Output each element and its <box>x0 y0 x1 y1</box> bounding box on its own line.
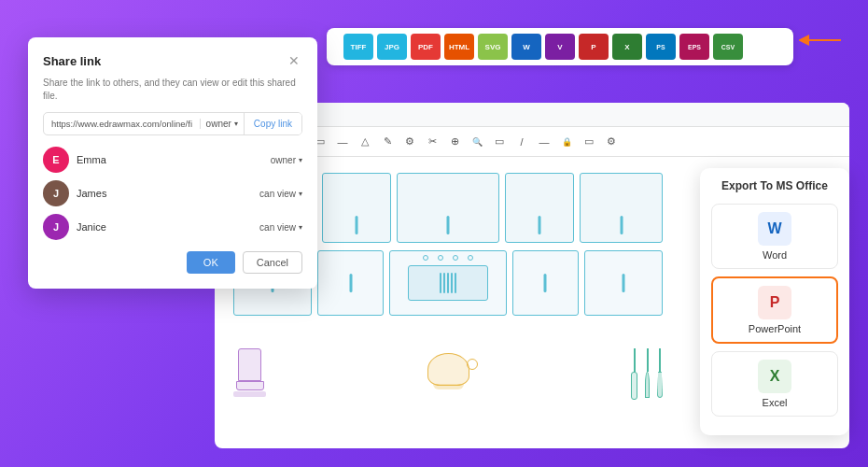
copy-link-button[interactable]: Copy link <box>244 113 301 134</box>
role-label-james: can view <box>259 189 296 199</box>
ok-button[interactable]: OK <box>187 251 235 274</box>
role-chevron-james: ▾ <box>299 190 302 198</box>
user-name-janice: Janice <box>77 221 259 233</box>
dialog-header: Share link ✕ <box>43 52 302 69</box>
dialog-actions: OK Cancel <box>43 251 302 274</box>
cancel-button[interactable]: Cancel <box>243 251 302 274</box>
role-label-janice: can view <box>259 222 296 233</box>
share-link-row: owner ▾ Copy link <box>43 112 302 135</box>
user-list: E Emma owner ▾ J James can view ▾ J Jani… <box>43 147 302 240</box>
permission-chevron: ▾ <box>234 120 238 128</box>
role-label-emma: owner <box>271 155 296 165</box>
user-name-james: James <box>77 188 259 199</box>
avatar-janice: J <box>43 214 69 240</box>
user-role-james[interactable]: can view ▾ <box>259 189 302 199</box>
share-dialog: Share link ✕ Share the link to others, a… <box>28 37 317 289</box>
permission-label: owner <box>206 119 231 129</box>
user-role-janice[interactable]: can view ▾ <box>259 222 302 233</box>
user-name-emma: Emma <box>77 154 271 165</box>
user-row-emma: E Emma owner ▾ <box>43 147 302 173</box>
user-row-james: J James can view ▾ <box>43 180 302 206</box>
dialog-title: Share link <box>43 54 101 68</box>
role-chevron-emma: ▾ <box>299 156 302 164</box>
dialog-overlay: Share link ✕ Share the link to others, a… <box>0 0 868 467</box>
role-chevron-janice: ▾ <box>299 223 302 232</box>
dialog-subtitle: Share the link to others, and they can v… <box>43 77 302 103</box>
share-link-input[interactable] <box>44 113 200 134</box>
avatar-james: J <box>43 180 69 206</box>
user-role-emma[interactable]: owner ▾ <box>271 155 302 165</box>
user-row-janice: J Janice can view ▾ <box>43 214 302 240</box>
avatar-emma: E <box>43 147 69 173</box>
dialog-close-button[interactable]: ✕ <box>286 52 302 69</box>
permission-dropdown[interactable]: owner ▾ <box>200 119 244 129</box>
